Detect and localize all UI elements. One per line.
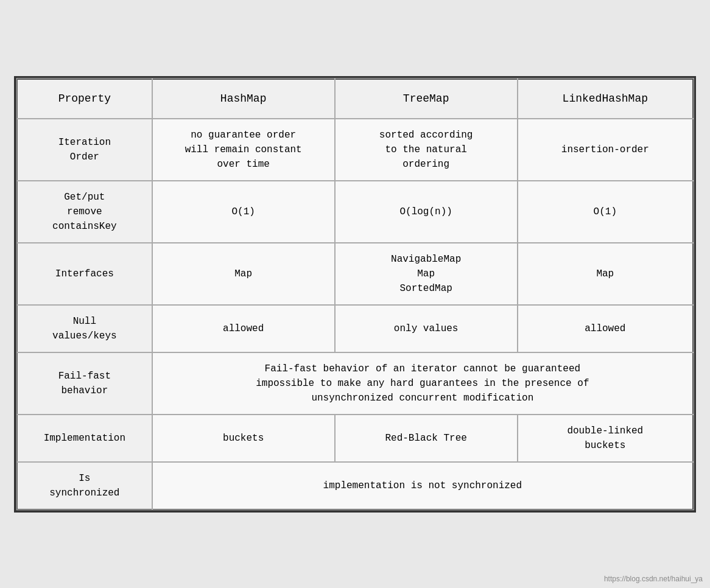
row-interfaces: Interfaces Map NavigableMap Map SortedMa… — [17, 243, 694, 305]
val-iteration-linkedhashmap: insertion-order — [518, 119, 694, 181]
row-null: Null values/keys allowed only values all… — [17, 305, 694, 352]
page-wrapper: Property HashMap TreeMap LinkedHashMap I… — [0, 0, 710, 588]
row-sync: Is synchronized implementation is not sy… — [17, 462, 694, 510]
prop-interfaces: Interfaces — [17, 243, 152, 305]
val-implementation-hashmap: buckets — [152, 415, 335, 462]
prop-getput: Get/put remove containsKey — [17, 181, 152, 243]
header-linkedhashmap: LinkedHashMap — [518, 79, 694, 119]
prop-failfast: Fail-fast behavior — [17, 352, 152, 415]
val-iteration-treemap: sorted according to the natural ordering — [335, 119, 518, 181]
val-null-treemap: only values — [335, 305, 518, 352]
comparison-table: Property HashMap TreeMap LinkedHashMap I… — [16, 78, 694, 511]
val-interfaces-treemap: NavigableMap Map SortedMap — [335, 243, 518, 305]
row-getput: Get/put remove containsKey O(1) O(log(n)… — [17, 181, 694, 243]
val-sync-combined: implementation is not synchronized — [152, 462, 694, 510]
header-hashmap: HashMap — [152, 79, 335, 119]
prop-iteration-order: Iteration Order — [17, 119, 152, 181]
val-interfaces-linkedhashmap: Map — [518, 243, 694, 305]
val-implementation-treemap: Red-Black Tree — [335, 415, 518, 462]
val-iteration-hashmap: no guarantee order will remain constant … — [152, 119, 335, 181]
val-getput-hashmap: O(1) — [152, 181, 335, 243]
header-treemap: TreeMap — [335, 79, 518, 119]
watermark: https://blog.csdn.net/haihui_ya — [604, 575, 703, 583]
table-container: Property HashMap TreeMap LinkedHashMap I… — [14, 76, 696, 513]
val-failfast-combined: Fail-fast behavior of an iterator cannot… — [152, 352, 694, 415]
prop-null: Null values/keys — [17, 305, 152, 352]
val-null-linkedhashmap: allowed — [518, 305, 694, 352]
val-getput-linkedhashmap: O(1) — [518, 181, 694, 243]
val-getput-treemap: O(log(n)) — [335, 181, 518, 243]
row-implementation: Implementation buckets Red-Black Tree do… — [17, 415, 694, 462]
row-iteration-order: Iteration Order no guarantee order will … — [17, 119, 694, 181]
val-null-hashmap: allowed — [152, 305, 335, 352]
prop-implementation: Implementation — [17, 415, 152, 462]
val-interfaces-hashmap: Map — [152, 243, 335, 305]
prop-sync: Is synchronized — [17, 462, 152, 510]
header-property: Property — [17, 79, 152, 119]
val-implementation-linkedhashmap: double-linked buckets — [518, 415, 694, 462]
row-failfast: Fail-fast behavior Fail-fast behavior of… — [17, 352, 694, 415]
